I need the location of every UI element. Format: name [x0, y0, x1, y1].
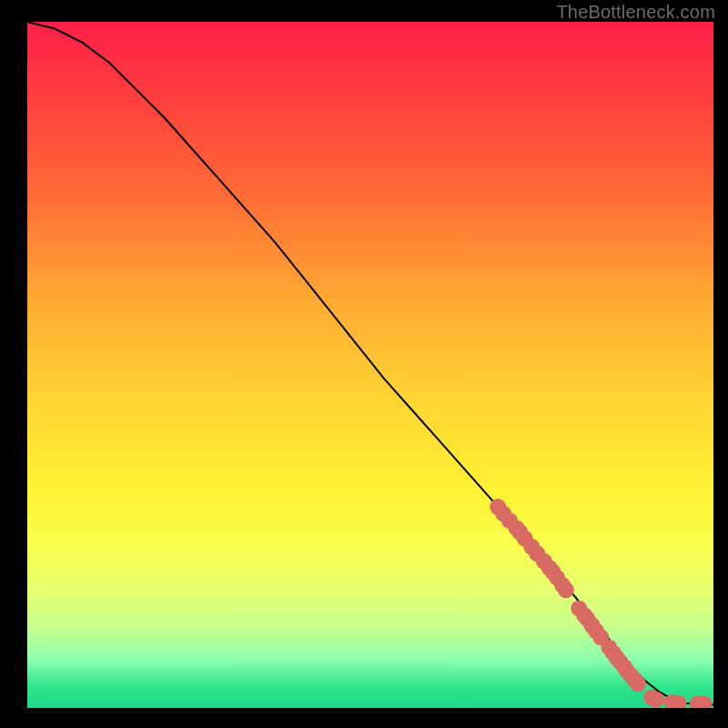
- data-point: [630, 676, 646, 693]
- data-point: [558, 581, 574, 598]
- data-points: [490, 499, 712, 708]
- data-point: [648, 692, 664, 708]
- chart-svg: [27, 22, 713, 708]
- plot-area: [27, 22, 713, 708]
- attribution-text: TheBottleneck.com: [556, 2, 715, 23]
- chart-frame: TheBottleneck.com: [0, 0, 728, 728]
- curve-line: [27, 22, 713, 704]
